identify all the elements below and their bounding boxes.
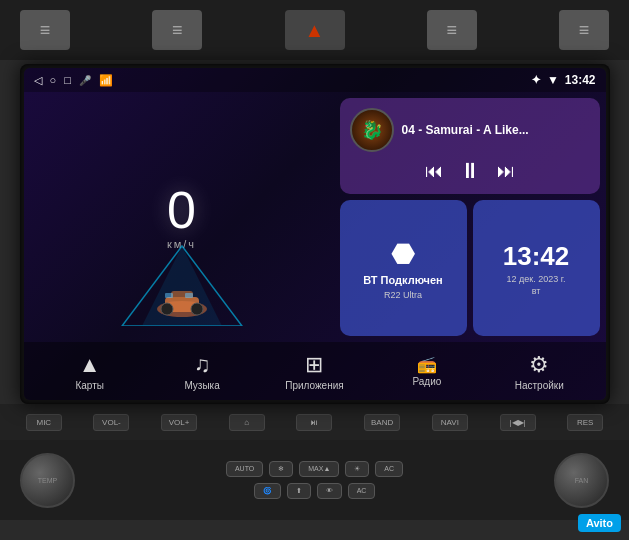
maps-icon: ▲ bbox=[79, 352, 101, 378]
vent-right: ≡ bbox=[559, 10, 609, 50]
btn-heat[interactable]: ☀ bbox=[345, 461, 369, 477]
vent-center-right: ≡ bbox=[427, 10, 477, 50]
road-visualization bbox=[30, 226, 334, 326]
prev-button[interactable]: ⏮ bbox=[425, 161, 443, 182]
bluetooth-card: ⬣ ВТ Подключен R22 Ultra bbox=[340, 200, 467, 336]
right-knob-label: FAN bbox=[575, 477, 589, 484]
bluetooth-status-icon: ✦ bbox=[531, 73, 541, 87]
vent-left: ≡ bbox=[20, 10, 70, 50]
wifi-icon: 📶 bbox=[99, 74, 113, 87]
hw-navi[interactable]: NAVI bbox=[432, 414, 468, 431]
btn-rear[interactable]: 👁 bbox=[317, 483, 342, 499]
btn-vent-up[interactable]: ⬆ bbox=[287, 483, 311, 499]
back-nav-icon[interactable]: ◁ bbox=[34, 74, 42, 87]
status-time: 13:42 bbox=[565, 73, 596, 87]
radio-label: Радио bbox=[412, 376, 441, 387]
hazard-button[interactable]: ▲ bbox=[285, 10, 345, 50]
btn-ac2[interactable]: AC bbox=[348, 483, 376, 499]
bottom-btn-row-2: 🌀 ⬆ 👁 AC bbox=[254, 483, 376, 499]
nav-settings[interactable]: ⚙ Настройки bbox=[509, 352, 569, 391]
clock-date: 12 дек. 2023 г. bbox=[507, 274, 566, 284]
home-nav-icon[interactable]: ○ bbox=[50, 74, 57, 86]
top-panel: ≡ ≡ ▲ ≡ ≡ bbox=[0, 0, 629, 60]
nav-maps[interactable]: ▲ Карты bbox=[60, 352, 120, 391]
music-label: Музыка bbox=[184, 380, 219, 391]
settings-icon: ⚙ bbox=[529, 352, 549, 378]
track-info: 04 - Samurai - A Like... bbox=[402, 123, 529, 137]
hw-mic[interactable]: MIC bbox=[26, 414, 62, 431]
hw-vol-down[interactable]: VOL- bbox=[93, 414, 129, 431]
btn-auto[interactable]: AUTO bbox=[226, 461, 263, 477]
music-info: 🐉 04 - Samurai - A Like... bbox=[350, 108, 590, 152]
album-emoji: 🐉 bbox=[361, 119, 383, 141]
btn-max[interactable]: MAX▲ bbox=[299, 461, 339, 477]
mic-icon: 🎤 bbox=[79, 75, 91, 86]
hw-res[interactable]: RES bbox=[567, 414, 603, 431]
signal-icon: ▼ bbox=[547, 73, 559, 87]
bluetooth-device: R22 Ultra bbox=[384, 290, 422, 300]
avito-badge: Avito bbox=[578, 514, 621, 532]
music-card: 🐉 04 - Samurai - A Like... ⏮ ⏸ ⏭ bbox=[340, 98, 600, 194]
bottom-nav: ▲ Карты ♫ Музыка ⊞ Приложения 📻 Радио ⚙ bbox=[24, 342, 606, 400]
svg-point-5 bbox=[161, 303, 173, 315]
bottom-center-controls: AUTO ❄ MAX▲ ☀ AC 🌀 ⬆ 👁 AC bbox=[85, 461, 544, 499]
screen: ◁ ○ □ 🎤 📶 ✦ ▼ 13:42 0 км/ч bbox=[24, 68, 606, 400]
svg-point-6 bbox=[191, 303, 203, 315]
clock-card: 13:42 12 дек. 2023 г. вт bbox=[473, 200, 600, 336]
apps-icon: ⊞ bbox=[305, 352, 323, 378]
nav-radio[interactable]: 📻 Радио bbox=[397, 355, 457, 387]
maps-label: Карты bbox=[75, 380, 104, 391]
right-panel: 🐉 04 - Samurai - A Like... ⏮ ⏸ ⏭ bbox=[340, 98, 600, 336]
btn-cool[interactable]: ❄ bbox=[269, 461, 293, 477]
recent-nav-icon[interactable]: □ bbox=[64, 74, 71, 86]
nav-music[interactable]: ♫ Музыка bbox=[172, 352, 232, 391]
bluetooth-icon: ⬣ bbox=[391, 237, 415, 270]
main-content: 0 км/ч bbox=[24, 92, 606, 342]
btn-ac[interactable]: AC bbox=[375, 461, 403, 477]
play-pause-button[interactable]: ⏸ bbox=[459, 158, 481, 184]
radio-icon: 📻 bbox=[417, 355, 437, 374]
left-knob-label: TEMP bbox=[38, 477, 57, 484]
settings-label: Настройки bbox=[515, 380, 564, 391]
next-button[interactable]: ⏭ bbox=[497, 161, 515, 182]
status-right: ✦ ▼ 13:42 bbox=[531, 73, 596, 87]
hw-home[interactable]: ⌂ bbox=[229, 414, 265, 431]
svg-rect-7 bbox=[165, 293, 173, 298]
hw-seek[interactable]: |◀▶| bbox=[500, 414, 536, 431]
hw-band[interactable]: BAND bbox=[364, 414, 400, 431]
track-title: 04 - Samurai - A Like... bbox=[402, 123, 529, 137]
apps-label: Приложения bbox=[285, 380, 344, 391]
screen-bezel: ◁ ○ □ 🎤 📶 ✦ ▼ 13:42 0 км/ч bbox=[20, 64, 610, 404]
bottom-car: TEMP AUTO ❄ MAX▲ ☀ AC 🌀 ⬆ 👁 AC FAN bbox=[0, 440, 629, 520]
bottom-row: ⬣ ВТ Подключен R22 Ultra 13:42 12 дек. 2… bbox=[340, 200, 600, 336]
svg-rect-8 bbox=[185, 293, 193, 298]
hw-controls: MIC VOL- VOL+ ⌂ ⏯ BAND NAVI |◀▶| RES bbox=[0, 404, 629, 440]
right-knob[interactable]: FAN bbox=[554, 453, 609, 508]
bottom-btn-row-1: AUTO ❄ MAX▲ ☀ AC bbox=[226, 461, 403, 477]
clock-day: вт bbox=[532, 286, 541, 296]
clock-time: 13:42 bbox=[503, 241, 570, 272]
left-knob[interactable]: TEMP bbox=[20, 453, 75, 508]
hw-vol-up[interactable]: VOL+ bbox=[161, 414, 197, 431]
hw-playpause[interactable]: ⏯ bbox=[296, 414, 332, 431]
car-unit: ≡ ≡ ▲ ≡ ≡ ◁ ○ □ 🎤 📶 ✦ ▼ 13:42 bbox=[0, 0, 629, 540]
bluetooth-status: ВТ Подключен bbox=[363, 274, 443, 286]
vent-center-left: ≡ bbox=[152, 10, 202, 50]
status-left: ◁ ○ □ 🎤 📶 bbox=[34, 74, 113, 87]
music-controls: ⏮ ⏸ ⏭ bbox=[350, 158, 590, 184]
nav-apps[interactable]: ⊞ Приложения bbox=[284, 352, 344, 391]
music-icon: ♫ bbox=[194, 352, 211, 378]
status-bar: ◁ ○ □ 🎤 📶 ✦ ▼ 13:42 bbox=[24, 68, 606, 92]
btn-fan[interactable]: 🌀 bbox=[254, 483, 281, 499]
left-panel: 0 км/ч bbox=[30, 98, 334, 336]
album-art: 🐉 bbox=[350, 108, 394, 152]
